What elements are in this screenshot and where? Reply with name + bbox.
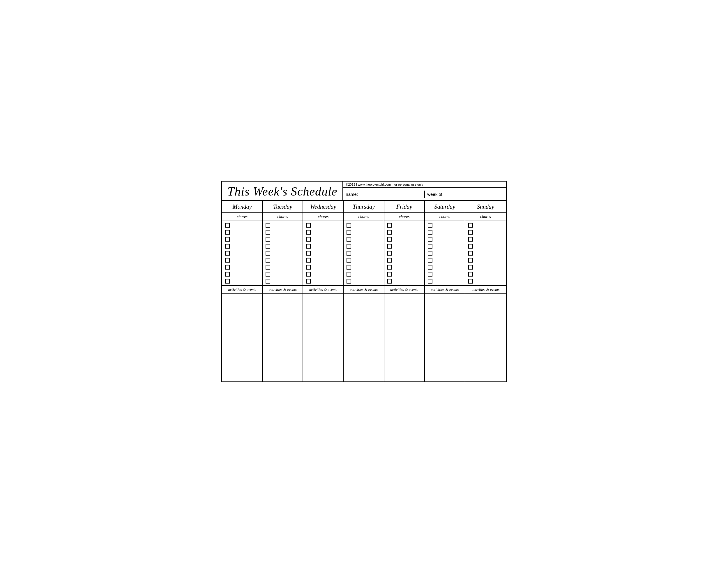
list-item <box>225 244 259 248</box>
checkbox[interactable] <box>468 272 473 276</box>
checkbox[interactable] <box>468 265 473 269</box>
checkbox[interactable] <box>306 244 311 248</box>
checkbox[interactable] <box>387 230 392 234</box>
week-field[interactable]: week of: <box>425 190 506 198</box>
day-tuesday: Tuesday <box>263 201 303 212</box>
checkbox[interactable] <box>266 230 270 234</box>
events-col-friday[interactable] <box>384 294 425 382</box>
checkbox[interactable] <box>266 237 270 241</box>
checkbox[interactable] <box>428 279 432 284</box>
checkbox[interactable] <box>468 230 473 234</box>
events-col-monday[interactable] <box>222 294 263 382</box>
checkbox[interactable] <box>347 223 351 227</box>
checkbox[interactable] <box>387 258 392 262</box>
list-item <box>225 230 259 234</box>
checkbox[interactable] <box>266 258 270 262</box>
checkbox[interactable] <box>266 279 270 284</box>
checkbox[interactable] <box>468 251 473 255</box>
checkbox[interactable] <box>225 258 230 262</box>
checkbox[interactable] <box>347 244 351 248</box>
checkbox[interactable] <box>387 223 392 227</box>
checkbox[interactable] <box>428 230 432 234</box>
events-col-wednesday[interactable] <box>303 294 344 382</box>
checkbox[interactable] <box>225 265 230 269</box>
checkbox[interactable] <box>225 237 230 241</box>
checkbox[interactable] <box>266 251 270 255</box>
day-wednesday: Wednesday <box>303 201 344 212</box>
checkbox[interactable] <box>428 237 432 241</box>
day-friday: Friday <box>384 201 425 212</box>
events-col-tuesday[interactable] <box>263 294 303 382</box>
events-col-saturday[interactable] <box>425 294 465 382</box>
checkbox[interactable] <box>468 244 473 248</box>
activities-tuesday: activities & events <box>263 286 303 294</box>
checkbox[interactable] <box>387 279 392 284</box>
list-item <box>468 237 503 241</box>
checkbox[interactable] <box>428 251 432 255</box>
checkbox[interactable] <box>347 251 351 255</box>
list-item <box>306 279 340 284</box>
list-item <box>347 237 381 241</box>
checkbox[interactable] <box>306 279 311 284</box>
checkbox[interactable] <box>266 272 270 276</box>
checkbox[interactable] <box>347 265 351 269</box>
chores-tuesday: chores <box>263 213 303 220</box>
checkbox[interactable] <box>306 265 311 269</box>
checkbox[interactable] <box>266 223 270 227</box>
checkbox[interactable] <box>347 279 351 284</box>
list-item <box>266 279 300 284</box>
chores-thursday: chores <box>344 213 384 220</box>
checkbox[interactable] <box>225 279 230 284</box>
checkbox[interactable] <box>428 223 432 227</box>
checkbox[interactable] <box>347 272 351 276</box>
checkbox[interactable] <box>387 272 392 276</box>
checkbox[interactable] <box>428 244 432 248</box>
checkbox[interactable] <box>225 223 230 227</box>
list-item <box>266 265 300 269</box>
events-col-thursday[interactable] <box>344 294 384 382</box>
checkbox-col-tuesday <box>263 221 303 285</box>
list-item <box>347 244 381 248</box>
checkbox[interactable] <box>468 237 473 241</box>
checkbox[interactable] <box>468 223 473 227</box>
day-sunday: Sunday <box>465 201 506 212</box>
checkbox[interactable] <box>225 272 230 276</box>
checkbox[interactable] <box>428 258 432 262</box>
checkbox[interactable] <box>347 258 351 262</box>
checkbox[interactable] <box>428 272 432 276</box>
activities-thursday: activities & events <box>344 286 384 294</box>
checkbox[interactable] <box>306 223 311 227</box>
checkbox[interactable] <box>347 237 351 241</box>
header-row: This Week's Schedule ©2013 | www.theproj… <box>222 181 506 201</box>
list-item <box>387 237 421 241</box>
activities-sunday: activities & events <box>465 286 506 294</box>
checkbox[interactable] <box>306 237 311 241</box>
chores-row: chores chores chores chores chores chore… <box>222 213 506 221</box>
checkbox[interactable] <box>306 258 311 262</box>
page-title: This Week's Schedule <box>227 184 337 198</box>
checkbox[interactable] <box>428 265 432 269</box>
list-item <box>306 244 340 248</box>
chores-sunday: chores <box>465 213 506 220</box>
checkbox[interactable] <box>266 244 270 248</box>
events-col-sunday[interactable] <box>465 294 506 382</box>
checkbox[interactable] <box>347 230 351 234</box>
checkbox[interactable] <box>306 251 311 255</box>
checkbox[interactable] <box>225 244 230 248</box>
checkbox[interactable] <box>468 279 473 284</box>
list-item <box>468 230 503 234</box>
checkbox[interactable] <box>387 251 392 255</box>
name-field[interactable]: name: <box>343 190 425 198</box>
checkbox[interactable] <box>468 258 473 262</box>
list-item <box>225 237 259 241</box>
list-item <box>306 272 340 276</box>
checkbox[interactable] <box>225 251 230 255</box>
list-item <box>468 272 503 276</box>
checkbox[interactable] <box>387 244 392 248</box>
checkbox[interactable] <box>387 237 392 241</box>
checkbox[interactable] <box>266 265 270 269</box>
checkbox[interactable] <box>306 230 311 234</box>
checkbox[interactable] <box>387 265 392 269</box>
checkbox[interactable] <box>306 272 311 276</box>
checkbox[interactable] <box>225 230 230 234</box>
